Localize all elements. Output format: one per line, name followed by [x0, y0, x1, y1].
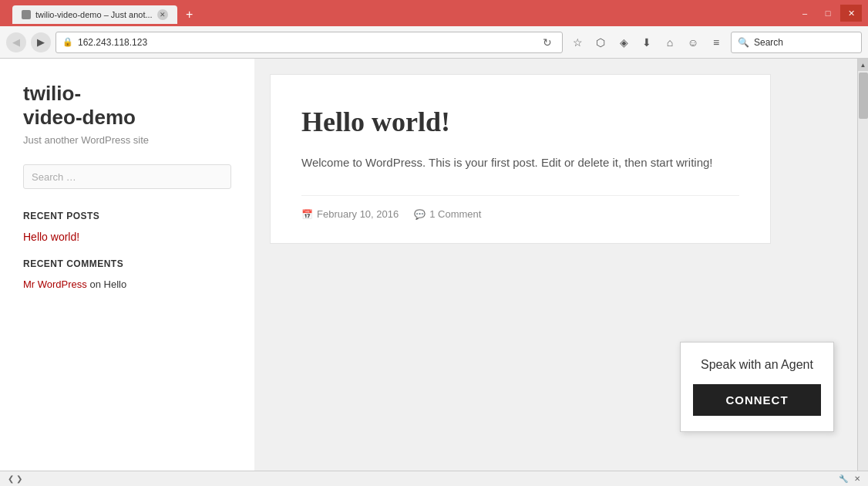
address-icon: 🔒	[62, 37, 73, 47]
nav-icons: ☆ ⬡ ◈ ⬇ ⌂ ☺ ≡	[567, 32, 726, 52]
sidebar-search-placeholder: Search …	[32, 171, 76, 183]
post-card: Hello world! Welcome to WordPress. This …	[270, 74, 771, 244]
address-bar[interactable]: 🔒 162.243.118.123 ↻	[56, 32, 563, 53]
minimize-button[interactable]: –	[794, 5, 816, 22]
status-bar: ❮ ❯ 🔧 ✕	[0, 471, 868, 486]
close-button[interactable]: ✕	[840, 5, 862, 22]
download-icon[interactable]: ⬇	[637, 32, 657, 52]
site-subtitle: Just another WordPress site	[23, 134, 231, 146]
comment-icon: 💬	[414, 209, 426, 220]
status-left: ❮ ❯	[8, 474, 22, 483]
status-close-icon[interactable]: ✕	[854, 474, 860, 483]
user-icon[interactable]: ☺	[683, 32, 703, 52]
post-date: 📅 February 10, 2016	[301, 208, 399, 220]
pocket-icon[interactable]: ⬡	[590, 32, 611, 52]
nav-bar: ◀ ▶ 🔒 162.243.118.123 ↻ ☆ ⬡ ◈ ⬇ ⌂ ☺ ≡ 🔍 …	[0, 26, 868, 59]
recent-comment-item: Mr WordPress on Hello	[23, 278, 231, 290]
window-controls: – □ ✕	[794, 5, 862, 22]
bookmark-icon[interactable]: ☆	[567, 32, 587, 52]
post-comments: 💬 1 Comment	[414, 208, 481, 220]
forward-button[interactable]: ▶	[31, 32, 51, 52]
restore-button[interactable]: □	[817, 5, 839, 22]
scrollbar-up-button[interactable]: ▲	[858, 59, 869, 71]
tab-title: twilio-video-demo – Just anot...	[35, 10, 153, 19]
agent-widget: Speak with an Agent CONNECT	[680, 342, 834, 432]
connect-button[interactable]: CONNECT	[693, 384, 821, 416]
post-meta: 📅 February 10, 2016 💬 1 Comment	[301, 195, 739, 220]
tab-favicon	[22, 10, 31, 19]
search-placeholder-text: Search	[754, 37, 783, 48]
recent-comments-title: RECENT COMMENTS	[23, 258, 231, 269]
tab-area: twilio-video-demo – Just anot... ✕ +	[6, 2, 199, 24]
shield-icon[interactable]: ◈	[614, 32, 634, 52]
back-button[interactable]: ◀	[6, 32, 26, 52]
menu-icon[interactable]: ≡	[706, 32, 726, 52]
post-date-text: February 10, 2016	[317, 208, 399, 220]
recent-posts-title: RECENT POSTS	[23, 211, 231, 221]
tools-icon[interactable]: 🔧	[839, 474, 848, 483]
search-icon: 🔍	[738, 37, 749, 48]
sidebar: twilio-video-demo Just another WordPress…	[0, 59, 254, 471]
refresh-button[interactable]: ↻	[539, 34, 556, 51]
sidebar-search-widget[interactable]: Search …	[23, 164, 231, 189]
status-arrows: ❮ ❯	[8, 474, 22, 483]
title-bar: twilio-video-demo – Just anot... ✕ + – □…	[0, 0, 868, 26]
recent-comment-text: on Hello	[89, 278, 126, 290]
status-right: 🔧 ✕	[839, 474, 860, 483]
main-content: Hello world! Welcome to WordPress. This …	[254, 59, 857, 471]
new-tab-button[interactable]: +	[180, 5, 199, 24]
browser-search-bar[interactable]: 🔍 Search	[731, 32, 862, 53]
agent-widget-title: Speak with an Agent	[693, 358, 821, 372]
home-icon[interactable]: ⌂	[660, 32, 680, 52]
recent-post-link[interactable]: Hello world!	[23, 231, 231, 243]
scrollbar-thumb[interactable]	[859, 73, 868, 119]
post-comments-text: 1 Comment	[429, 208, 481, 220]
address-text: 162.243.118.123	[78, 37, 539, 48]
site-title: twilio-video-demo	[23, 82, 231, 130]
recent-comment-author[interactable]: Mr WordPress	[23, 278, 87, 290]
post-title: Hello world!	[301, 106, 739, 138]
active-tab[interactable]: twilio-video-demo – Just anot... ✕	[12, 5, 177, 24]
tab-close-button[interactable]: ✕	[157, 9, 168, 20]
scrollbar[interactable]: ▲	[857, 59, 868, 471]
calendar-icon: 📅	[301, 209, 313, 220]
page-wrapper: twilio-video-demo Just another WordPress…	[0, 59, 868, 471]
post-body: Welcome to WordPress. This is your first…	[301, 154, 739, 172]
